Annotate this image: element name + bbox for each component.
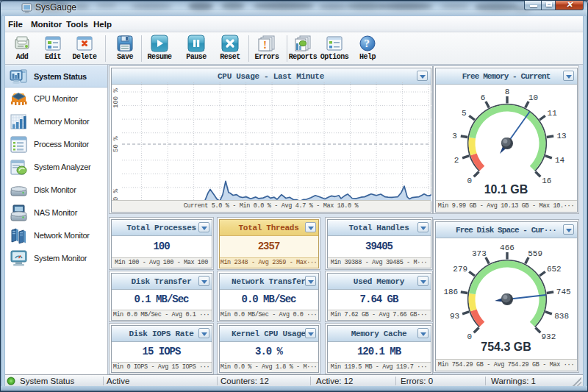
- svg-text:13: 13: [556, 131, 566, 140]
- svg-text:652: 652: [546, 265, 561, 274]
- svg-text:5: 5: [462, 109, 467, 118]
- svg-text:2: 2: [453, 155, 459, 164]
- svg-text:559: 559: [528, 249, 542, 257]
- svg-text:466: 466: [500, 243, 514, 252]
- svg-text:10: 10: [528, 93, 537, 101]
- svg-text:93: 93: [449, 311, 459, 320]
- svg-text:!: !: [263, 39, 267, 51]
- svg-text:838: 838: [554, 311, 569, 320]
- svg-text:8: 8: [504, 88, 509, 96]
- svg-text:6: 6: [480, 93, 485, 101]
- svg-text:745: 745: [556, 287, 570, 296]
- svg-text:186: 186: [443, 287, 458, 296]
- svg-text:?: ?: [365, 38, 370, 49]
- svg-text:3: 3: [452, 131, 457, 140]
- svg-text:11: 11: [547, 109, 557, 118]
- svg-text:14: 14: [554, 155, 564, 164]
- svg-text:373: 373: [471, 249, 486, 257]
- svg-text:279: 279: [453, 265, 467, 274]
